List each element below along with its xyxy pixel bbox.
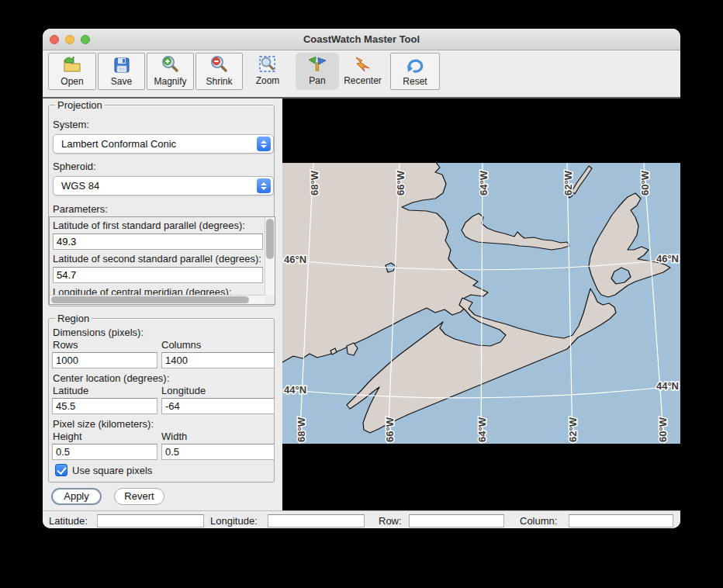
center-latitude-input[interactable]	[52, 398, 157, 414]
center-location-label: Center location (degrees):	[53, 372, 169, 384]
use-square-pixels-checkbox[interactable]: Use square pixels	[55, 464, 152, 476]
parameters-scrollpane: Latitude of first standard parallel (deg…	[49, 216, 275, 305]
magnify-label: Magnify	[154, 76, 186, 87]
center-longitude-input[interactable]	[161, 398, 275, 414]
zoom-label: Zoom	[256, 75, 280, 86]
recenter-bolt-icon	[353, 54, 373, 74]
open-button[interactable]: Open	[48, 53, 96, 90]
system-dropdown-value: Lambert Conformal Conic	[54, 138, 257, 150]
region-group: Region Dimensions (pixels): Rows Columns…	[48, 318, 275, 483]
revert-button[interactable]: Revert	[114, 488, 164, 505]
status-latitude-field	[97, 514, 204, 527]
meridian-label: 68°W	[309, 170, 320, 195]
map-view[interactable]: 68°W 66°W 64°W 62°W 60°W 68°W 66°W 64°W …	[282, 99, 680, 510]
vertical-scrollbar[interactable]	[265, 217, 275, 295]
chevron-up-down-icon	[257, 178, 271, 193]
meridian-label: 62°W	[562, 170, 574, 195]
meridian-label: 64°W	[476, 417, 488, 442]
chevron-up-down-icon	[257, 137, 271, 151]
zoom-button[interactable]: Zoom	[246, 53, 289, 90]
meridian-label: 66°W	[384, 417, 396, 442]
status-column-label: Column:	[520, 515, 557, 527]
parallel-label: 44°N	[284, 384, 306, 396]
spheroid-label: Spheroid:	[53, 161, 96, 172]
system-label: System:	[53, 119, 89, 130]
pixel-size-label: Pixel size (kilometers):	[53, 418, 154, 430]
parallel-label: 46°N	[284, 254, 306, 265]
window-title: CoastWatch Master Tool	[43, 29, 680, 50]
rows-input[interactable]	[52, 352, 157, 368]
status-row-label: Row:	[379, 515, 402, 527]
pixel-height-input[interactable]	[52, 444, 157, 460]
parameter-label: Latitude of first standard parallel (deg…	[50, 217, 266, 233]
apply-button[interactable]: Apply	[51, 488, 102, 505]
save-floppy-icon	[112, 55, 132, 75]
parameter-input-first-parallel[interactable]	[53, 233, 263, 250]
dimensions-label: Dimensions (pixels):	[53, 327, 144, 338]
rows-label: Rows	[53, 339, 78, 351]
pan-label: Pan	[309, 75, 325, 86]
status-longitude-label: Longitude:	[210, 515, 258, 527]
meridian-label: 62°W	[567, 417, 579, 442]
parameters-label: Parameters:	[53, 203, 108, 215]
status-column-field	[569, 514, 673, 527]
parameter-input-second-parallel[interactable]	[53, 267, 263, 283]
meridian-label: 68°W	[296, 417, 307, 442]
control-panel: Projection System: Lambert Conformal Con…	[43, 99, 282, 510]
title-bar[interactable]: CoastWatch Master Tool	[43, 29, 680, 50]
reset-label: Reset	[403, 76, 427, 87]
columns-label: Columns	[161, 339, 201, 351]
parameter-label: Latitude of second standard parallel (de…	[50, 251, 266, 267]
projection-group: Projection System: Lambert Conformal Con…	[48, 105, 275, 306]
status-longitude-field	[268, 514, 365, 527]
toolbar: Open Save Magnify	[43, 50, 680, 99]
scrollbar-thumb[interactable]	[51, 296, 249, 303]
open-folder-icon	[62, 55, 82, 75]
checkbox-check-icon[interactable]	[55, 464, 67, 476]
recenter-button[interactable]: Recenter	[343, 53, 382, 90]
meridian-label: 60°W	[639, 170, 651, 195]
latitude-label: Latitude	[53, 385, 88, 396]
status-row-field	[409, 514, 504, 527]
meridian-label: 66°W	[395, 170, 406, 195]
status-latitude-label: Latitude:	[49, 515, 88, 527]
save-label: Save	[111, 76, 132, 87]
use-square-pixels-label: Use square pixels	[72, 465, 152, 476]
pan-button[interactable]: Pan	[296, 53, 339, 90]
system-dropdown[interactable]: Lambert Conformal Conic	[53, 134, 274, 154]
height-label: Height	[53, 431, 82, 442]
width-label: Width	[161, 431, 187, 442]
columns-input[interactable]	[161, 352, 275, 368]
spheroid-dropdown[interactable]: WGS 84	[53, 176, 274, 195]
shrink-label: Shrink	[206, 76, 232, 87]
zoom-selection-icon	[258, 54, 278, 74]
horizontal-scrollbar[interactable]	[50, 295, 265, 304]
longitude-label: Longitude	[161, 385, 206, 396]
spheroid-dropdown-value: WGS 84	[54, 180, 257, 192]
pixel-width-input[interactable]	[161, 444, 275, 460]
scrollbar-thumb[interactable]	[266, 219, 274, 259]
parallel-label: 44°N	[656, 380, 679, 392]
magnify-button[interactable]: Magnify	[147, 53, 194, 90]
open-label: Open	[61, 76, 83, 87]
parallel-label: 46°N	[656, 253, 679, 265]
meridian-label: 64°W	[478, 170, 489, 195]
reset-button[interactable]: Reset	[390, 53, 440, 90]
region-group-title: Region	[55, 313, 92, 324]
shrink-minus-icon	[209, 55, 230, 75]
reset-undo-icon	[405, 55, 425, 75]
status-bar: Latitude: Longitude: Row: Column:	[43, 510, 680, 528]
projection-group-title: Projection	[55, 99, 105, 111]
app-window: CoastWatch Master Tool Open Save	[43, 29, 680, 528]
magnify-plus-icon	[161, 55, 181, 75]
pan-arrows-icon	[307, 54, 327, 74]
meridian-label: 60°W	[657, 417, 669, 442]
map-canvas[interactable]: 68°W 66°W 64°W 62°W 60°W 68°W 66°W 64°W …	[282, 163, 680, 444]
save-button[interactable]: Save	[98, 53, 145, 90]
recenter-label: Recenter	[344, 75, 382, 86]
shrink-button[interactable]: Shrink	[195, 53, 243, 90]
